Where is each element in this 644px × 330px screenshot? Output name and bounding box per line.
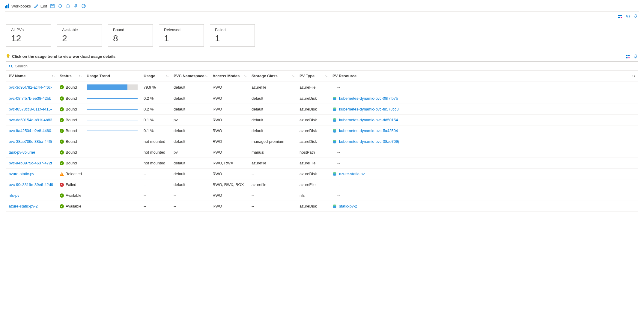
card-value: 1 xyxy=(164,33,199,43)
usage-trend-bar[interactable] xyxy=(87,120,138,120)
table-row: pvc-ffa42504-e2e8-4460-✓Bound0.1 %defaul… xyxy=(6,125,638,136)
usage-trend-bar[interactable] xyxy=(87,98,138,99)
smiley-icon[interactable] xyxy=(81,4,86,8)
card-all-pvs[interactable]: All PVs 12 xyxy=(6,24,51,47)
pv-table: PV Name↑↓ Status↑↓ Usage Trend Usage↑↓ P… xyxy=(6,61,638,212)
save-icon[interactable] xyxy=(50,4,55,8)
usage-trend-bar[interactable] xyxy=(87,84,138,90)
card-label: Failed xyxy=(215,28,250,32)
pv-name-link[interactable]: azure-static-pv-2 xyxy=(9,204,38,208)
card-label: All PVs xyxy=(11,28,46,32)
pv-resource-value: -- xyxy=(332,161,340,165)
pv-name-link[interactable]: pvc-3d95f782-ac44-4f6c- xyxy=(9,85,52,90)
pv-name-link[interactable]: pvc-ffa42504-e2e8-4460- xyxy=(9,128,52,133)
pv-resource-link[interactable]: kubernetes-dynamic-pvc-ffa42504 xyxy=(339,128,398,133)
status-cell: ✓Bound xyxy=(60,139,82,144)
access-modes-value: RWO, RWX xyxy=(210,158,249,169)
workbooks-label: Workbooks xyxy=(11,4,31,8)
col-status[interactable]: Status↑↓ xyxy=(57,71,84,81)
category-icon[interactable] xyxy=(618,14,622,19)
col-pv-type[interactable]: PV Type↑↓ xyxy=(297,71,330,81)
status-label: Bound xyxy=(66,161,77,165)
pv-name-link[interactable]: pvc-a4b3975c-4637-472f xyxy=(9,161,52,165)
svg-rect-1 xyxy=(6,5,7,8)
col-pv-resource[interactable]: PV Resource↑↓ xyxy=(330,71,638,81)
col-storage-class[interactable]: Storage Class↑↓ xyxy=(249,71,297,81)
pv-resource-link[interactable]: static-pv-2 xyxy=(339,204,357,208)
usage-value: -- xyxy=(141,179,171,190)
edit-button[interactable]: Edit xyxy=(34,4,47,8)
pin-icon[interactable] xyxy=(73,4,78,8)
status-label: Bound xyxy=(66,85,77,90)
svg-point-16 xyxy=(628,57,630,58)
card-available[interactable]: Available 2 xyxy=(57,24,102,47)
undo-icon[interactable] xyxy=(625,14,630,19)
pv-name-link[interactable]: pvc-38ae709c-38ba-44f5 xyxy=(9,139,52,144)
usage-value: -- xyxy=(141,190,171,201)
pv-name-link[interactable]: nfs-pv xyxy=(9,193,19,198)
pv-type-value: azureFile xyxy=(297,81,330,93)
table-row: pvc-3d95f782-ac44-4f6c-✓Bound79.9 %defau… xyxy=(6,81,638,93)
usage-trend-bar[interactable] xyxy=(87,109,138,110)
pin-icon[interactable] xyxy=(633,54,638,59)
col-pvc-namespace[interactable]: PVC Namespace↑↓ xyxy=(171,71,210,81)
access-modes-value: RWO xyxy=(210,190,249,201)
edit-label: Edit xyxy=(40,4,47,8)
pv-type-value: azureDisk xyxy=(297,169,330,179)
storage-class-value: manual xyxy=(249,147,297,158)
access-modes-value: RWO xyxy=(210,136,249,147)
refresh-icon[interactable] xyxy=(58,4,63,8)
disk-icon xyxy=(332,204,337,208)
pv-resource-link[interactable]: azure-static-pv xyxy=(339,172,365,176)
status-label: Failed xyxy=(66,182,76,187)
pv-type-value: azureDisk xyxy=(297,201,330,212)
bell-icon[interactable] xyxy=(66,4,70,8)
card-released[interactable]: Released 1 xyxy=(159,24,204,47)
pv-type-value: azureFile xyxy=(297,158,330,169)
card-failed[interactable]: Failed 1 xyxy=(210,24,255,47)
check-circle-icon: ✓ xyxy=(60,96,64,101)
search-input[interactable] xyxy=(15,63,635,69)
svg-point-6 xyxy=(83,5,83,6)
usage-value: -- xyxy=(141,201,171,212)
status-label: Bound xyxy=(66,118,77,122)
pin-icon[interactable] xyxy=(633,14,638,19)
pv-name-link[interactable]: pvc-90c3319e-39e6-42d9 xyxy=(9,182,53,187)
svg-point-20 xyxy=(333,97,336,98)
col-pv-name[interactable]: PV Name↑↓ xyxy=(6,71,57,81)
pv-resource-link[interactable]: kubernetes-dynamic-pvc-08f7fb7b xyxy=(339,96,398,101)
pv-type-value: hostPath xyxy=(297,147,330,158)
pv-type-value: azureDisk xyxy=(297,136,330,147)
toolbar: Workbooks Edit xyxy=(5,2,639,12)
table-row: pvc-38ae709c-38ba-44f5✓Boundnot mountedd… xyxy=(6,136,638,147)
table-row: task-pv-volume✓Boundnot mountedpvRWOmanu… xyxy=(6,147,638,158)
col-usage[interactable]: Usage↑↓ xyxy=(141,71,171,81)
disk-icon xyxy=(332,129,337,133)
search-row[interactable] xyxy=(6,62,638,71)
card-bound[interactable]: Bound 8 xyxy=(108,24,153,47)
usage-value: not mounted xyxy=(141,158,171,169)
disk-icon xyxy=(332,118,337,122)
access-modes-value: RWO xyxy=(210,93,249,104)
status-label: Available xyxy=(66,193,82,198)
pv-name-link[interactable]: azure-static-pv xyxy=(9,172,34,176)
pv-resource-link[interactable]: kubernetes-dynamic-pvc-dd50154 xyxy=(339,118,398,122)
check-circle-icon: ✓ xyxy=(60,107,64,111)
col-usage-trend[interactable]: Usage Trend xyxy=(84,71,141,81)
pv-resource-link[interactable]: kubernetes-dynamic-pvc-f8578cc8 xyxy=(339,107,399,111)
status-label: Bound xyxy=(66,150,77,155)
pv-name-link[interactable]: pvc-f8578cc8-611f-4415- xyxy=(9,107,52,111)
svg-point-17 xyxy=(10,65,12,67)
usage-trend-bar[interactable] xyxy=(87,131,138,131)
category-icon[interactable] xyxy=(625,54,630,59)
svg-rect-4 xyxy=(52,4,53,5)
svg-point-7 xyxy=(84,5,85,6)
col-access-modes[interactable]: Access Modes↑↓ xyxy=(210,71,249,81)
pv-name-link[interactable]: task-pv-volume xyxy=(9,150,35,155)
status-label: Bound xyxy=(66,128,77,133)
table-header-row: PV Name↑↓ Status↑↓ Usage Trend Usage↑↓ P… xyxy=(6,71,638,81)
pv-name-link[interactable]: pvc-dd50154d-a91f-4b83 xyxy=(9,118,52,122)
workbooks-button[interactable]: Workbooks xyxy=(5,4,31,8)
pv-resource-link[interactable]: kubernetes-dynamic-pvc-38ae709( xyxy=(339,139,399,144)
pv-name-link[interactable]: pvc-08f7fb7b-ee38-42bb xyxy=(9,96,51,101)
